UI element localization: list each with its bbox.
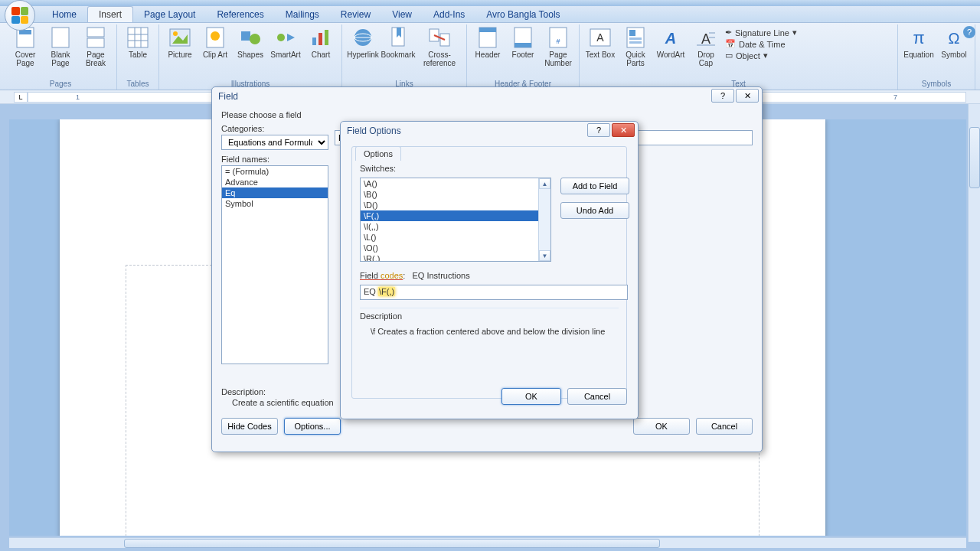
pagenumber-button[interactable]: #Page Number <box>542 26 574 67</box>
svg-text:Ω: Ω <box>949 30 960 47</box>
group-tables: Tables <box>122 79 154 89</box>
equation-button[interactable]: πEquation <box>903 26 935 59</box>
chart-button[interactable]: Chart <box>305 26 337 59</box>
svg-rect-2 <box>52 28 69 47</box>
picture-button[interactable]: Picture <box>164 26 196 59</box>
list-item[interactable]: \D() <box>361 200 550 210</box>
list-scrollbar[interactable]: ▲ ▼ <box>538 178 550 261</box>
ribbon-tabs: Home Insert Page Layout References Maili… <box>0 6 980 23</box>
quickparts-label: Quick Parts <box>619 51 652 67</box>
help-icon[interactable]: ? <box>963 26 975 38</box>
tab-home[interactable]: Home <box>41 7 87 22</box>
table-label: Table <box>129 51 147 59</box>
hyperlink-label: Hyperlink <box>347 51 379 59</box>
svg-point-16 <box>250 34 260 44</box>
undo-add-button[interactable]: Undo Add <box>560 202 629 219</box>
dialog-help-icon[interactable]: ? <box>587 123 610 137</box>
tab-page-layout[interactable]: Page Layout <box>133 7 206 22</box>
dialog-close-icon[interactable]: ✕ <box>736 89 759 103</box>
office-button[interactable] <box>5 0 35 31</box>
tab-addins[interactable]: Add-Ins <box>423 7 475 22</box>
dialog-help-icon[interactable]: ? <box>711 89 734 103</box>
categories-dropdown[interactable]: Equations and Formulas <box>221 135 328 150</box>
crossref-button[interactable]: Cross-reference <box>417 26 462 67</box>
group-symbols: Symbols <box>903 79 970 89</box>
calendar-icon: 📅 <box>725 39 736 49</box>
textbox-button[interactable]: AText Box <box>584 26 616 59</box>
textbox-label: Text Box <box>586 51 615 59</box>
scroll-up-icon[interactable]: ▲ <box>539 178 550 189</box>
dialog-close-icon[interactable]: ✕ <box>612 123 635 137</box>
list-item[interactable]: \B() <box>361 189 550 200</box>
tab-insert[interactable]: Insert <box>87 6 133 22</box>
scrollbar-thumb[interactable] <box>969 127 980 188</box>
cancel-button[interactable]: Cancel <box>567 388 627 405</box>
horizontal-scrollbar[interactable] <box>9 537 966 548</box>
table-button[interactable]: Table <box>122 26 154 59</box>
equation-label: Equation <box>903 51 933 59</box>
tab-review[interactable]: Review <box>330 7 381 22</box>
object-button[interactable]: ▭Object ▾ <box>725 51 797 60</box>
tab-view[interactable]: View <box>381 7 423 22</box>
svg-rect-40 <box>629 37 642 40</box>
add-to-field-button[interactable]: Add to Field <box>560 178 629 194</box>
dropcap-button[interactable]: ADrop Cap <box>690 26 722 67</box>
tab-references[interactable]: References <box>206 7 274 22</box>
bookmark-button[interactable]: Bookmark <box>382 26 414 59</box>
shapes-button[interactable]: Shapes <box>234 26 266 59</box>
list-item[interactable]: Symbol <box>222 198 328 209</box>
page-break-button[interactable]: Page Break <box>80 26 112 67</box>
switches-list[interactable]: \A()\B()\D()\F(,)\I(,,)\L()\O()\R(,) ▲ ▼ <box>360 178 551 262</box>
list-item[interactable]: \A() <box>361 178 550 189</box>
options-tab[interactable]: Options <box>355 146 401 161</box>
wordart-label: WordArt <box>657 51 685 59</box>
hide-codes-button[interactable]: Hide Codes <box>221 418 278 435</box>
signature-button[interactable]: ✒Signature Line ▾ <box>725 28 797 37</box>
description-label: Description: <box>221 387 334 396</box>
quickparts-button[interactable]: Quick Parts <box>619 26 652 67</box>
options-button[interactable]: Options... <box>284 418 341 435</box>
clipart-button[interactable]: Clip Art <box>199 26 231 59</box>
svg-text:π: π <box>913 28 924 47</box>
tab-mailings[interactable]: Mailings <box>275 7 330 22</box>
hyperlink-button[interactable]: Hyperlink <box>347 26 379 59</box>
field-options-dialog: Field Options ? ✕ Options Switches: \A()… <box>340 121 639 419</box>
svg-rect-39 <box>629 30 635 36</box>
svg-rect-21 <box>325 30 328 45</box>
scrollbar-thumb[interactable] <box>124 539 660 548</box>
fieldnames-list[interactable]: = (Formula)AdvanceEqSymbol <box>221 165 328 364</box>
tab-selector[interactable]: L <box>14 92 28 103</box>
list-item[interactable]: \I(,,) <box>361 221 550 232</box>
list-item[interactable]: Advance <box>222 177 328 187</box>
signature-icon: ✒ <box>725 28 732 37</box>
tab-avro[interactable]: Avro Bangla Tools <box>475 7 570 22</box>
svg-rect-15 <box>241 31 250 41</box>
list-item[interactable]: \R(,) <box>361 253 550 262</box>
description-label: Description <box>360 311 619 321</box>
blank-page-button[interactable]: Blank Page <box>44 26 77 67</box>
scroll-down-icon[interactable]: ▼ <box>539 250 550 261</box>
list-item[interactable]: \O() <box>361 243 550 253</box>
list-item[interactable]: = (Formula) <box>222 166 328 177</box>
list-item[interactable]: \L() <box>361 232 550 243</box>
wordart-button[interactable]: AWordArt <box>655 26 687 59</box>
cover-page-button[interactable]: Cover Page <box>9 26 41 67</box>
shapes-label: Shapes <box>237 51 263 59</box>
smartart-button[interactable]: SmartArt <box>270 26 302 59</box>
description-text: \f Creates a fraction centered above and… <box>360 321 619 336</box>
cancel-button[interactable]: Cancel <box>696 418 753 435</box>
ok-button[interactable]: OK <box>501 388 561 405</box>
fieldcodes-edit[interactable]: EQ \F(,) <box>360 285 628 300</box>
ok-button[interactable]: OK <box>633 418 690 435</box>
list-item[interactable]: Eq <box>222 187 328 198</box>
pagenumber-label: Page Number <box>542 51 574 67</box>
svg-point-17 <box>277 34 285 41</box>
header-button[interactable]: Header <box>472 26 504 59</box>
svg-text:#: # <box>556 37 560 45</box>
datetime-button[interactable]: 📅Date & Time <box>725 39 797 49</box>
list-item[interactable]: \F(,) <box>361 210 550 221</box>
vertical-scrollbar[interactable] <box>968 104 980 542</box>
symbol-label: Symbol <box>941 51 966 59</box>
description-text: Create a scientific equation <box>221 398 334 407</box>
footer-button[interactable]: Footer <box>507 26 539 59</box>
